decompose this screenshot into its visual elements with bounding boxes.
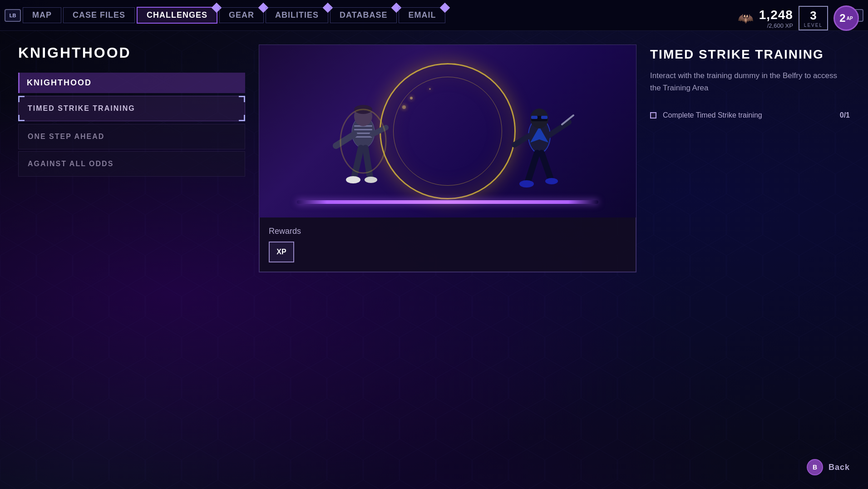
tab-email[interactable]: EMAIL xyxy=(399,7,445,23)
tab-case-files[interactable]: CASE FILES xyxy=(63,7,135,23)
svg-point-26 xyxy=(545,178,558,184)
bracket-bottom-right xyxy=(239,115,245,121)
level-box: 3 LEVEL xyxy=(799,6,828,30)
stats-bar: 🦇 1,248 /2,600 XP 3 LEVEL 2 AP xyxy=(738,5,859,31)
tab-challenges[interactable]: CHALLENGES xyxy=(137,7,217,24)
bracket-top-right xyxy=(239,96,245,102)
bracket-top-left xyxy=(18,96,25,102)
tab-gear[interactable]: GEAR xyxy=(219,7,264,23)
challenge-image-container: Rewards XP xyxy=(259,44,636,272)
challenge-item-name: AGAINST ALL ODDS xyxy=(28,160,236,168)
svg-point-25 xyxy=(519,180,534,188)
objective-checkbox xyxy=(650,112,656,119)
middle-panel: Rewards XP xyxy=(259,44,636,475)
svg-line-7 xyxy=(336,134,354,146)
bat-icon: 🦇 xyxy=(738,11,754,26)
tab-database[interactable]: DATABASE xyxy=(330,7,397,23)
rewards-title: Rewards xyxy=(269,227,626,236)
challenge-item-one-step[interactable]: ONE STEP AHEAD xyxy=(18,124,245,149)
back-label: Back xyxy=(829,463,850,472)
xp-reward-box: XP xyxy=(269,242,294,262)
svg-line-20 xyxy=(548,122,569,136)
ground-bar xyxy=(297,200,598,204)
svg-line-24 xyxy=(542,153,551,179)
fighter-left xyxy=(327,91,399,200)
svg-rect-18 xyxy=(531,116,538,119)
svg-rect-2 xyxy=(354,129,372,130)
challenge-description: Interact with the training dummy in the … xyxy=(650,69,850,94)
challenge-item-name: ONE STEP AHEAD xyxy=(28,133,236,141)
rewards-section: Rewards XP xyxy=(259,217,636,272)
left-panel: KNIGHTHOOD KNIGHTHOOD TIMED STRIKE TRAIN… xyxy=(18,44,245,475)
particle xyxy=(429,88,431,90)
xp-total: /2,600 XP xyxy=(767,22,793,29)
svg-rect-19 xyxy=(541,116,547,119)
objective-count: 0/1 xyxy=(840,111,850,119)
tab-abilities[interactable]: ABILITIES xyxy=(266,7,328,23)
xp-display: 1,248 /2,600 XP xyxy=(759,8,793,29)
svg-rect-4 xyxy=(354,136,372,138)
challenge-image xyxy=(259,45,636,217)
group-title-knighthood: KNIGHTHOOD xyxy=(27,78,92,88)
diamond-icon xyxy=(440,3,450,13)
svg-line-23 xyxy=(528,153,537,181)
svg-point-11 xyxy=(346,176,360,183)
objective-text: Complete Timed Strike training xyxy=(663,111,833,119)
level-label: LEVEL xyxy=(804,23,823,28)
timed-strike-container: TIMED STRIKE TRAINING xyxy=(18,96,245,121)
svg-point-12 xyxy=(365,177,377,183)
challenge-item-against-all-odds[interactable]: AGAINST ALL ODDS xyxy=(18,151,245,177)
glow-circle-inner xyxy=(393,77,502,186)
svg-line-22 xyxy=(514,136,529,145)
objective-item: Complete Timed Strike training 0/1 xyxy=(650,108,850,123)
bracket-bottom-left xyxy=(18,115,25,121)
lb-button[interactable]: LB xyxy=(5,9,21,22)
b-icon: B xyxy=(807,459,823,475)
challenge-group-knighthood: KNIGHTHOOD TIMED STRIKE TRAINING ONE STE… xyxy=(18,73,245,177)
section-title: KNIGHTHOOD xyxy=(18,44,245,61)
fighter-right xyxy=(503,90,576,204)
tab-map[interactable]: MAP xyxy=(23,7,61,23)
combat-scene xyxy=(259,45,636,217)
level-number: 3 xyxy=(804,9,823,23)
group-header-knighthood[interactable]: KNIGHTHOOD xyxy=(18,73,245,93)
xp-reward-label: XP xyxy=(276,248,286,256)
particle xyxy=(410,97,413,99)
back-button[interactable]: B Back xyxy=(807,459,850,475)
right-panel: TIMED STRIKE TRAINING Interact with the … xyxy=(650,44,850,475)
ap-circle: 2 AP xyxy=(833,5,859,31)
main-content: KNIGHTHOOD KNIGHTHOOD TIMED STRIKE TRAIN… xyxy=(0,31,868,489)
xp-current: 1,248 xyxy=(759,8,793,22)
challenge-item-name: TIMED STRIKE TRAINING xyxy=(28,104,236,113)
challenge-item-timed-strike[interactable]: TIMED STRIKE TRAINING xyxy=(18,96,245,121)
challenge-detail-title: TIMED STRIKE TRAINING xyxy=(650,47,850,62)
